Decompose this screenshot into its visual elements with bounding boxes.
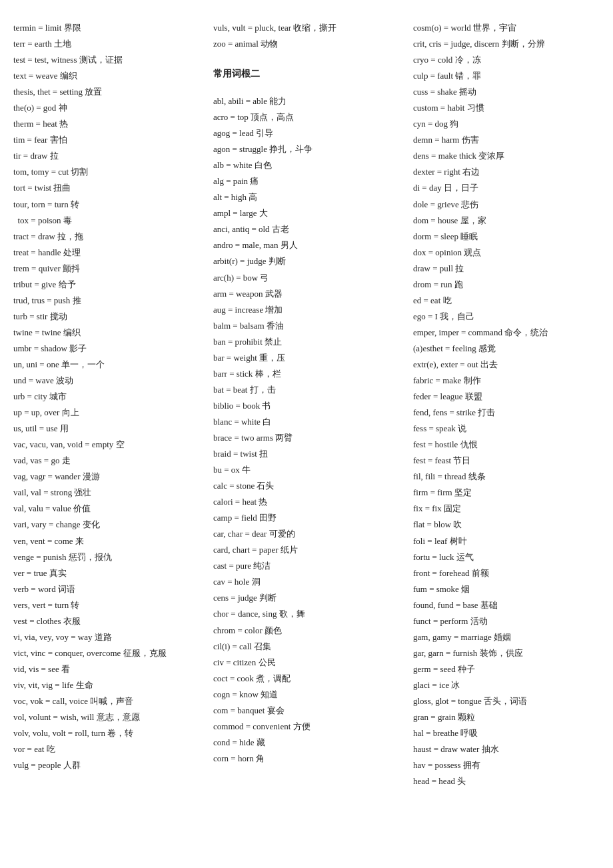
list-item: umbr = shadow 影子 [13, 341, 200, 357]
list-item: cryo = cold 冷，冻 [413, 52, 600, 68]
list-item: emper, imper = command 命令，统治 [413, 325, 600, 341]
list-item: feder = league 联盟 [413, 389, 600, 405]
list-item: vac, vacu, van, void = empty 空 [13, 437, 200, 453]
list-item: vail, val = strong 强壮 [13, 485, 200, 501]
list-item: hav = possess 拥有 [413, 757, 600, 773]
list-item: tim = fear 害怕 [13, 132, 200, 148]
list-item: up = up, over 向上 [13, 405, 200, 421]
list-item: vag, vagr = wander 漫游 [13, 469, 200, 485]
list-item: chrom = color 颜色 [213, 623, 400, 639]
list-item: verb = word 词语 [13, 581, 200, 597]
list-item: dox = opinion 观点 [413, 245, 600, 261]
list-item: zoo = animal 动物 [213, 36, 400, 52]
list-item: cuss = shake 摇动 [413, 84, 600, 100]
list-item: commod = convenient 方便 [213, 719, 400, 735]
list-item: blanc = white 白 [213, 414, 400, 430]
list-item: dexter = right 右边 [413, 164, 600, 180]
list-item: fest = feast 节日 [413, 453, 600, 469]
list-item: alt = high 高 [213, 189, 400, 205]
list-item: bat = beat 打，击 [213, 382, 400, 398]
list-item: tox = poison 毒 [13, 213, 200, 229]
list-item: thesis, thet = setting 放置 [13, 84, 200, 100]
list-item: val, valu = value 价值 [13, 501, 200, 517]
list-item: arbit(r) = judge 判断 [213, 253, 400, 269]
list-item: us, util = use 用 [13, 421, 200, 437]
list-item: terr = earth 土地 [13, 36, 200, 52]
list-item: cens = judge 判断 [213, 590, 400, 606]
list-item: tract = draw 拉，拖 [13, 229, 200, 245]
list-item: fortu = luck 运气 [413, 549, 600, 565]
list-item: agon = struggle 挣扎，斗争 [213, 141, 400, 157]
list-item: cond = hide 藏 [213, 735, 400, 751]
list-item: urb = city 城市 [13, 389, 200, 405]
list-item: car, char = dear 可爱的 [213, 526, 400, 542]
list-item: cav = hole 洞 [213, 574, 400, 590]
list-item: test = test, witness 测试，证据 [13, 52, 200, 68]
list-item: draw = pull 拉 [413, 261, 600, 277]
list-item: venge = punish 惩罚，报仇 [13, 549, 200, 565]
list-item: therm = heat 热 [13, 116, 200, 132]
list-item: com = banquet 宴会 [213, 703, 400, 719]
list-item: tom, tomy = cut 切割 [13, 164, 200, 180]
list-item: treat = handle 处理 [13, 245, 200, 261]
list-item: ban = prohibit 禁止 [213, 334, 400, 350]
list-item: tir = draw 拉 [13, 148, 200, 164]
list-item: aug = increase 增加 [213, 302, 400, 318]
list-item: alb = white 白色 [213, 157, 400, 173]
list-item: di = day 日，日子 [413, 180, 600, 196]
list-item: ego = I 我，自己 [413, 309, 600, 325]
column-3: cosm(o) = world 世界，宇宙crit, cris = judge,… [406, 20, 600, 789]
list-item: glaci = ice 冰 [413, 677, 600, 693]
list-item: ampl = large 大 [213, 205, 400, 221]
list-item: barr = stick 棒，栏 [213, 366, 400, 382]
list-item: bu = ox 牛 [213, 462, 400, 478]
list-item: alg = pain 痛 [213, 173, 400, 189]
list-item: andro = male, man 男人 [213, 237, 400, 253]
list-item: anci, antiq = old 古老 [213, 221, 400, 237]
list-item: calori = heat 热 [213, 494, 400, 510]
list-item: voc, vok = call, voice 叫喊，声音 [13, 693, 200, 709]
list-item: termin = limit 界限 [13, 20, 200, 36]
list-item: balm = balsam 香油 [213, 318, 400, 334]
list-item: gloss, glot = tongue 舌头，词语 [413, 693, 600, 709]
list-item: corn = horn 角 [213, 751, 400, 767]
list-item: fest = hostile 仇恨 [413, 437, 600, 453]
list-item: turb = stir 搅动 [13, 309, 200, 325]
list-item: drom = run 跑 [413, 277, 600, 293]
list-item: ver = true 真实 [13, 565, 200, 581]
list-item: vid, vis = see 看 [13, 661, 200, 677]
list-item: biblio = book 书 [213, 398, 400, 414]
list-item: fil, fili = thread 线条 [413, 469, 600, 485]
list-item: vest = clothes 衣服 [13, 613, 200, 629]
list-item: trud, trus = push 推 [13, 293, 200, 309]
list-item: dens = make thick 变浓厚 [413, 148, 600, 164]
list-item: cast = pure 纯洁 [213, 558, 400, 574]
list-item: foli = leaf 树叶 [413, 533, 600, 549]
list-item: volv, volu, volt = roll, turn 卷，转 [13, 725, 200, 741]
list-item: cogn = know 知道 [213, 687, 400, 703]
list-item: coct = cook 煮，调配 [213, 671, 400, 687]
list-item: germ = seed 种子 [413, 661, 600, 677]
main-content: termin = limit 界限terr = earth 土地test = t… [13, 20, 600, 789]
list-item: vad, vas = go 走 [13, 453, 200, 469]
column-2: vuls, vult = pluck, tear 收缩，撕开zoo = anim… [207, 20, 406, 789]
list-item: ed = eat 吃 [413, 293, 600, 309]
list-item: found, fund = base 基础 [413, 597, 600, 613]
list-item: gran = grain 颗粒 [413, 709, 600, 725]
list-item: culp = fault 错，罪 [413, 68, 600, 84]
list-item: braid = twist 扭 [213, 446, 400, 462]
list-item: funct = perform 活动 [413, 613, 600, 629]
list-item: fabric = make 制作 [413, 373, 600, 389]
list-item: extr(e), exter = out 出去 [413, 357, 600, 373]
list-item: brace = two arms 两臂 [213, 430, 400, 446]
list-item: cosm(o) = world 世界，宇宙 [413, 20, 600, 36]
list-item: vol, volunt = wish, will 意志，意愿 [13, 709, 200, 725]
list-item: text = weave 编织 [13, 68, 200, 84]
list-item: vers, vert = turn 转 [13, 597, 200, 613]
list-item: twine = twine 编织 [13, 325, 200, 341]
list-item: ven, vent = come 来 [13, 533, 200, 549]
list-item: card, chart = paper 纸片 [213, 542, 400, 558]
list-item: cyn = dog 狗 [413, 116, 600, 132]
list-item: tort = twist 扭曲 [13, 180, 200, 196]
list-item: viv, vit, vig = life 生命 [13, 677, 200, 693]
